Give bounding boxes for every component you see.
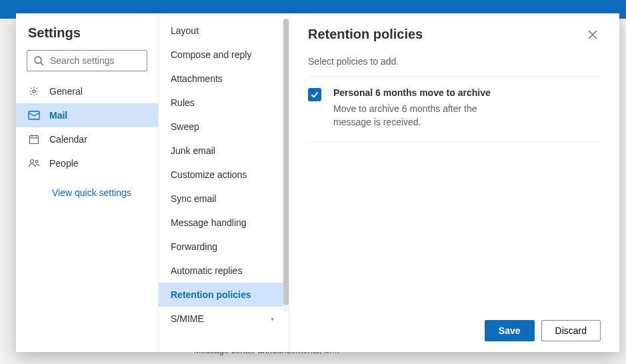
settings-title: Settings (16, 25, 158, 50)
detail-title: Retention policies (308, 27, 423, 42)
settings-dialog: Settings General (16, 13, 619, 352)
detail-pane: Retention policies Select policies to ad… (289, 13, 619, 352)
search-settings-box[interactable] (27, 50, 147, 71)
nav-label-people: People (49, 158, 79, 169)
detail-subhead: Select policies to add. (308, 43, 601, 77)
sub-item-layout[interactable]: Layout (159, 19, 289, 43)
policy-title: Personal 6 months move to archive (333, 87, 507, 98)
sub-item-handling[interactable]: Message handling (159, 211, 289, 235)
sub-item-customize[interactable]: Customize actions (159, 163, 289, 187)
svg-rect-4 (30, 136, 39, 144)
chevron-down-icon: ▾ (271, 315, 274, 323)
people-icon (28, 157, 40, 169)
calendar-icon (28, 133, 40, 145)
mail-settings-list: Layout Compose and reply Attachments Rul… (159, 13, 289, 352)
nav-label-general: General (49, 86, 83, 97)
scrollbar-thumb[interactable] (283, 19, 289, 305)
nav-item-people[interactable]: People (16, 151, 158, 175)
sub-item-attachments[interactable]: Attachments (159, 67, 289, 91)
sub-item-autoreply[interactable]: Automatic replies (159, 259, 289, 283)
sub-item-retention[interactable]: Retention policies (159, 283, 289, 307)
save-button[interactable]: Save (485, 320, 535, 341)
policy-text: Personal 6 months move to archive Move t… (333, 87, 507, 129)
sub-item-forwarding[interactable]: Forwarding (159, 235, 289, 259)
nav-item-mail[interactable]: Mail (16, 103, 158, 127)
svg-point-0 (35, 57, 41, 63)
sub-item-rules[interactable]: Rules (159, 91, 289, 115)
close-button[interactable] (585, 27, 601, 43)
svg-point-9 (35, 161, 38, 163)
policy-item: Personal 6 months move to archive Move t… (308, 77, 601, 142)
svg-point-2 (33, 90, 35, 93)
sub-item-compose[interactable]: Compose and reply (159, 43, 289, 67)
sub-item-smime[interactable]: S/MIME ▾ (159, 307, 289, 331)
nav-item-calendar[interactable]: Calendar (16, 127, 158, 151)
mail-icon (28, 109, 40, 121)
gear-icon (28, 85, 40, 97)
policy-checkbox[interactable] (308, 88, 321, 101)
svg-line-1 (41, 63, 43, 65)
sub-item-smime-label: S/MIME (171, 313, 204, 324)
sub-item-sweep[interactable]: Sweep (159, 115, 289, 139)
svg-rect-3 (29, 111, 39, 119)
sub-item-sync[interactable]: Sync email (159, 187, 289, 211)
nav-label-mail: Mail (49, 110, 67, 121)
view-quick-settings-link[interactable]: View quick settings (16, 175, 158, 198)
sub-item-junk[interactable]: Junk email (159, 139, 289, 163)
search-icon (33, 55, 45, 67)
discard-button[interactable]: Discard (541, 320, 601, 341)
svg-point-8 (31, 160, 34, 163)
policy-description: Move to archive 6 months after the messa… (333, 102, 507, 129)
nav-item-general[interactable]: General (16, 79, 158, 103)
dialog-footer: Save Discard (308, 312, 601, 341)
settings-nav-pane: Settings General (16, 13, 159, 352)
search-input[interactable] (50, 55, 167, 66)
nav-label-calendar: Calendar (49, 134, 87, 145)
